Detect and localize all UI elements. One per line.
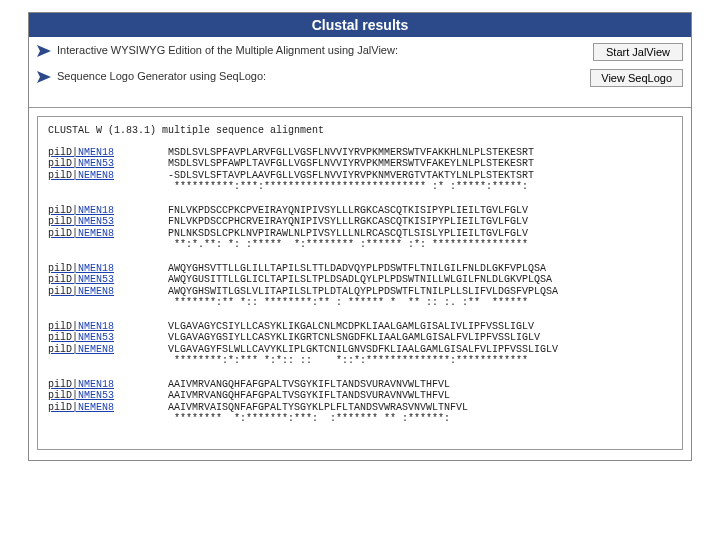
arrow-icon [37,45,51,57]
sequence-id[interactable]: pilD|NEMEN8 [48,286,168,298]
tool-row-seqlogo: Sequence Logo Generator using SeqLogo: V… [37,69,683,87]
alignment-row: pilD|NEMEN8VLGAVAGYFSLWLLCAVYKLIPLGKTCNI… [48,344,672,356]
alignment-output: CLUSTAL W (1.83.1) multiple sequence ali… [37,116,683,450]
sequence-residues: AWQYGHSVTTLLGLILLTAPILSLTTLDADVQYPLPDSWT… [168,263,546,275]
alignment-row: pilD|NMEN53VLGAVAGYGSIYLLCASYKLIKGRTCNLS… [48,332,672,344]
sequence-residues: AAIVMRVANGQHFAFGPALTVSGYKIFLTANDSVURAVNV… [168,379,450,391]
sequence-residues: FNLVKPDSCCPKCPVEIRAYQNIPIVSYLLLRGKCASCQT… [168,205,528,217]
sequence-residues: VLGAVAGYGSIYLLCASYKLIKGRTCNLSNGDFKLIAALG… [168,332,540,344]
divider [29,107,691,108]
sequence-id[interactable]: pilD|NMEN53 [48,158,168,170]
alignment-row: pilD|NEMEN8AWQYGHSWITLGSLVLITAPILSLTPLDT… [48,286,672,298]
sequence-id[interactable]: pilD|NMEN53 [48,216,168,228]
tool-rows: Interactive WYSIWYG Edition of the Multi… [29,37,691,107]
sequence-residues: MSDLSVLSPFAVPLARVFGLLVGSFLNVVIYRVPKMMERS… [168,147,534,159]
consensus-line: *******:** *:: ********:** : ****** * **… [168,297,528,309]
sequence-id[interactable]: pilD|NMEN18 [48,147,168,159]
sequence-residues: VLGAVAGYFSLWLLCAVYKLIPLGKTCNILGNVSDFKLIA… [168,344,558,356]
consensus-row: ******** *:*******:***: :******* ** :***… [48,413,672,425]
consensus-row: ********:*:*** *:*:: :: *::*:***********… [48,355,672,367]
alignment-row: pilD|NMEN18FNLVKPDSCCPKCPVEIRAYQNIPIVSYL… [48,205,672,217]
sequence-residues: MSDLSVLSPFAWPLTAVFGLLVGSFLNVVIYRVPKMMERS… [168,158,534,170]
sequence-residues: AAIVMRVAISQNFAFGPALTYSGYKLPLFLTANDSVWRAS… [168,402,468,414]
tool-text-seqlogo: Sequence Logo Generator using SeqLogo: [57,69,590,83]
alignment-row: pilD|NMEN18VLGAVAGYCSIYLLCASYKLIKGALCNLM… [48,321,672,333]
sequence-residues: AWQYGHSWITLGSLVLITAPILSLTPLDTALQYPLPDSWT… [168,286,558,298]
alignment-row: pilD|NEMEN8AAIVMRVAISQNFAFGPALTYSGYKLPLF… [48,402,672,414]
sequence-id[interactable]: pilD|NMEN18 [48,379,168,391]
alignment-row: pilD|NMEN53AAIVMRVANGQHFAFGPALTVSGYKIFLT… [48,390,672,402]
sequence-residues: FNLVKPDSCCPHCRVEIRAYQNIPIVSYLLLRGKCASCQT… [168,216,528,228]
consensus-line: **********:***:*************************… [168,181,528,193]
consensus-line: **:*.**: *: :***** *:******** :****** :*… [168,239,528,251]
view-seqlogo-button[interactable]: View SeqLogo [590,69,683,87]
start-jalview-button[interactable]: Start JalView [593,43,683,61]
sequence-id[interactable]: pilD|NMEN53 [48,390,168,402]
sequence-residues: AWQYGUSITTLLGLICLTAPILSLTPLDSADLQYLPLPDS… [168,274,552,286]
tool-row-jalview: Interactive WYSIWYG Edition of the Multi… [37,43,683,61]
consensus-row: *******:** *:: ********:** : ****** * **… [48,297,672,309]
sequence-id[interactable]: pilD|NEMEN8 [48,170,168,182]
panel-title: Clustal results [29,13,691,37]
sequence-id[interactable]: pilD|NMEN18 [48,205,168,217]
alignment-block: pilD|NMEN18VLGAVAGYCSIYLLCASYKLIKGALCNLM… [48,321,672,367]
alignment-row: pilD|NMEN53FNLVKPDSCCPHCRVEIRAYQNIPIVSYL… [48,216,672,228]
alignment-block: pilD|NMEN18AAIVMRVANGQHFAFGPALTVSGYKIFLT… [48,379,672,425]
alignment-row: pilD|NMEN18AWQYGHSVTTLLGLILLTAPILSLTTLDA… [48,263,672,275]
arrow-icon [37,71,51,83]
sequence-residues: -SDLSVLSFTAVPLAAVFGLLVGSFLNVVIYRVPKNMVER… [168,170,534,182]
consensus-line: ******** *:*******:***: :******* ** :***… [168,413,450,425]
alignment-block: pilD|NMEN18FNLVKPDSCCPKCPVEIRAYQNIPIVSYL… [48,205,672,251]
alignment-body: pilD|NMEN18MSDLSVLSPFAVPLARVFGLLVGSFLNVV… [48,147,672,425]
consensus-row: **********:***:*************************… [48,181,672,193]
sequence-residues: AAIVMRVANGQHFAFGPALTVSGYKIFLTANDSVURAVNV… [168,390,450,402]
alignment-block: pilD|NMEN18MSDLSVLSPFAVPLARVFGLLVGSFLNVV… [48,147,672,193]
alignment-row: pilD|NMEN18AAIVMRVANGQHFAFGPALTVSGYKIFLT… [48,379,672,391]
alignment-header: CLUSTAL W (1.83.1) multiple sequence ali… [48,125,672,137]
svg-marker-1 [37,71,51,83]
alignment-row: pilD|NEMEN8PNLNKSDSLCPKLNVPIRAWLNLPIVSYL… [48,228,672,240]
alignment-block: pilD|NMEN18AWQYGHSVTTLLGLILLTAPILSLTTLDA… [48,263,672,309]
app-frame: Clustal results Interactive WYSIWYG Edit… [0,0,720,540]
alignment-row: pilD|NMEN53AWQYGUSITTLLGLICLTAPILSLTPLDS… [48,274,672,286]
sequence-id[interactable]: pilD|NEMEN8 [48,228,168,240]
alignment-row: pilD|NEMEN8-SDLSVLSFTAVPLAAVFGLLVGSFLNVV… [48,170,672,182]
alignment-row: pilD|NMEN18MSDLSVLSPFAVPLARVFGLLVGSFLNVV… [48,147,672,159]
alignment-row: pilD|NMEN53MSDLSVLSPFAWPLTAVFGLLVGSFLNVV… [48,158,672,170]
sequence-id[interactable]: pilD|NMEN18 [48,263,168,275]
consensus-row: **:*.**: *: :***** *:******** :****** :*… [48,239,672,251]
sequence-id[interactable]: pilD|NEMEN8 [48,344,168,356]
sequence-id[interactable]: pilD|NMEN18 [48,321,168,333]
sequence-residues: PNLNKSDSLCPKLNVPIRAWLNLPIVSYLLLNLRCASCQT… [168,228,528,240]
consensus-line: ********:*:*** *:*:: :: *::*:***********… [168,355,528,367]
tool-text-jalview: Interactive WYSIWYG Edition of the Multi… [57,43,593,57]
results-panel: Clustal results Interactive WYSIWYG Edit… [28,12,692,461]
sequence-residues: VLGAVAGYCSIYLLCASYKLIKGALCNLMCDPKLIAALGA… [168,321,534,333]
sequence-id[interactable]: pilD|NEMEN8 [48,402,168,414]
sequence-id[interactable]: pilD|NMEN53 [48,274,168,286]
sequence-id[interactable]: pilD|NMEN53 [48,332,168,344]
svg-marker-0 [37,45,51,57]
